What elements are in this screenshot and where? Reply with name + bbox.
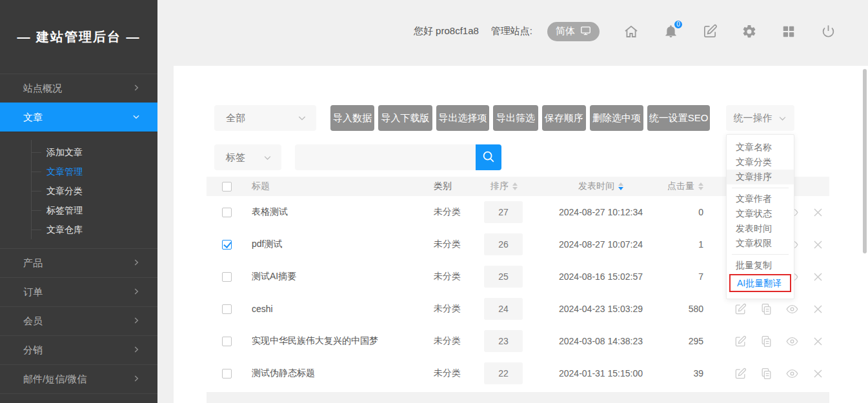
sort-arrows[interactable]	[512, 182, 518, 190]
menu-divider	[732, 254, 789, 255]
row-checkbox[interactable]	[222, 272, 232, 282]
menu-item-article-order[interactable]: 文章排序	[727, 170, 794, 184]
edit-row-icon[interactable]	[734, 335, 747, 348]
export-selected-button[interactable]: 导出选择项	[436, 105, 489, 131]
menu-item-article-permission[interactable]: 文章权限	[727, 236, 794, 251]
menu-item-article-author[interactable]: 文章作者	[727, 192, 794, 206]
power-icon[interactable]	[820, 24, 836, 39]
sidebar-item-site-overview[interactable]: 站点概况	[0, 74, 157, 103]
sidebar-item-mail-sms-wechat[interactable]: 邮件/短信/微信	[0, 364, 157, 393]
save-order-button[interactable]: 保存顺序	[542, 105, 586, 131]
delete-icon[interactable]	[812, 271, 824, 283]
clicks-count: 1	[652, 228, 703, 260]
articles-submenu: 添加文章 文章管理 文章分类 标签管理 文章仓库	[0, 132, 157, 248]
order-value[interactable]: 23	[484, 330, 523, 352]
delete-icon[interactable]	[812, 303, 824, 315]
view-icon[interactable]	[786, 335, 798, 348]
header-category: 类别	[434, 177, 452, 196]
article-category: 未分类	[434, 357, 461, 389]
sidebar-item-label: 订单	[23, 286, 43, 299]
article-title[interactable]: pdf测试	[252, 228, 282, 260]
order-value[interactable]: 25	[484, 266, 523, 288]
sidebar-item-distribution[interactable]: 分销	[0, 335, 157, 364]
edit-row-icon[interactable]	[734, 303, 747, 315]
edit-icon[interactable]	[702, 24, 718, 39]
delete-icon[interactable]	[812, 335, 824, 348]
menu-item-ai-batch-translate[interactable]: AI批量翻译	[729, 274, 791, 292]
header-order[interactable]: 排序	[490, 177, 518, 196]
chevron-right-icon	[132, 316, 141, 327]
order-value[interactable]: 27	[484, 201, 523, 223]
sidebar-item-articles[interactable]: 文章	[0, 103, 157, 132]
copy-icon[interactable]	[760, 303, 772, 315]
delete-selected-button[interactable]: 删除选中项	[590, 105, 643, 131]
view-icon[interactable]	[786, 368, 798, 380]
import-data-button[interactable]: 导入数据	[330, 105, 374, 131]
delete-icon[interactable]	[812, 206, 824, 219]
chevron-right-icon	[132, 345, 141, 356]
sidebar-item-members[interactable]: 会员	[0, 306, 157, 335]
submenu-item-article-management[interactable]: 文章管理	[0, 162, 157, 181]
row-checkbox[interactable]	[222, 304, 232, 314]
submenu-item-article-category[interactable]: 文章分类	[0, 181, 157, 201]
menu-item-batch-copy[interactable]: 批量复制	[727, 258, 794, 273]
submenu-item-article-warehouse[interactable]: 文章仓库	[0, 220, 157, 239]
order-value[interactable]: 24	[484, 298, 523, 320]
published-time: 2024-08-27 10:12:34	[559, 196, 643, 228]
tag-filter-select[interactable]: 标签	[214, 144, 281, 170]
sort-arrows[interactable]	[618, 182, 623, 190]
bell-icon[interactable]: 0	[663, 24, 678, 39]
copy-icon[interactable]	[760, 368, 772, 380]
language-label: 简体	[556, 25, 575, 37]
settings-icon[interactable]	[742, 24, 757, 39]
order-value[interactable]: 22	[484, 362, 523, 384]
row-checkbox[interactable]	[222, 240, 232, 250]
clicks-count: 0	[652, 196, 703, 228]
article-title[interactable]: 表格测试	[252, 196, 288, 228]
menu-item-article-category[interactable]: 文章分类	[727, 155, 794, 170]
row-checkbox[interactable]	[222, 208, 232, 217]
delete-icon[interactable]	[812, 368, 824, 380]
unified-seo-button[interactable]: 统一设置SEO	[647, 105, 710, 131]
delete-icon[interactable]	[812, 239, 824, 251]
order-value[interactable]: 26	[484, 233, 523, 255]
sidebar-item-label: 邮件/短信/微信	[23, 373, 86, 386]
article-title[interactable]: 实现中华民族伟大复兴的中国梦	[252, 325, 378, 357]
language-pill-button[interactable]: 简体	[547, 22, 600, 41]
clicks-count: 580	[652, 293, 703, 325]
menu-item-publish-time[interactable]: 发表时间	[727, 221, 794, 236]
search-input[interactable]	[295, 144, 476, 170]
sort-arrows[interactable]	[698, 182, 703, 190]
header-published[interactable]: 发表时间	[578, 177, 623, 196]
article-title[interactable]: 测试AI摘要	[252, 260, 296, 293]
category-filter-select[interactable]: 全部	[214, 105, 316, 131]
apps-grid-icon[interactable]	[781, 24, 796, 39]
home-icon[interactable]	[623, 24, 639, 39]
export-filtered-button[interactable]: 导出筛选	[493, 105, 538, 131]
article-title[interactable]: 测试伪静态标题	[252, 357, 315, 389]
chevron-right-icon	[132, 374, 141, 385]
row-checkbox[interactable]	[222, 337, 232, 346]
article-category: 未分类	[434, 196, 461, 228]
view-icon[interactable]	[786, 303, 798, 315]
unified-operations-dropdown-button[interactable]: 统一操作	[726, 105, 794, 131]
edit-row-icon[interactable]	[734, 368, 747, 380]
submenu-item-add-article[interactable]: 添加文章	[0, 143, 157, 162]
header-clicks[interactable]: 点击量	[652, 177, 703, 196]
copy-icon[interactable]	[760, 335, 772, 348]
menu-item-article-status[interactable]: 文章状态	[727, 206, 794, 221]
import-download-button[interactable]: 导入下载版	[378, 105, 432, 131]
article-category: 未分类	[434, 325, 461, 357]
article-title[interactable]: ceshi	[252, 293, 273, 325]
notification-badge: 0	[673, 19, 683, 30]
unified-operations-menu: 文章名称 文章分类 文章排序 文章作者 文章状态 发表时间 文章权限 批量复制 …	[726, 134, 794, 299]
menu-item-article-name[interactable]: 文章名称	[727, 140, 794, 155]
search-button[interactable]	[476, 144, 501, 170]
submenu-item-tag-management[interactable]: 标签管理	[0, 201, 157, 220]
sidebar-item-products[interactable]: 产品	[0, 248, 157, 277]
select-all-checkbox[interactable]	[222, 182, 232, 192]
row-checkbox[interactable]	[222, 369, 232, 378]
sidebar-item-orders[interactable]: 订单	[0, 277, 157, 306]
vertical-scrollbar[interactable]	[863, 69, 867, 253]
article-category: 未分类	[434, 228, 461, 260]
